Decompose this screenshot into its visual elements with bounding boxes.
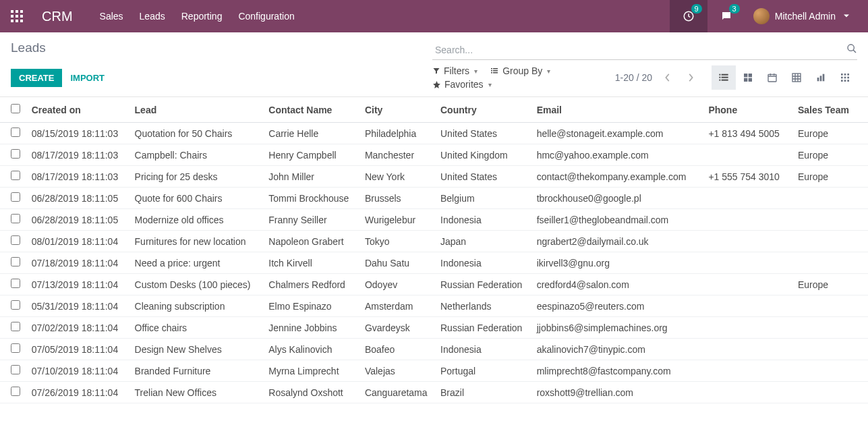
row-checkbox[interactable] (11, 300, 20, 310)
view-graph[interactable] (809, 65, 833, 90)
view-calendar[interactable] (760, 65, 784, 90)
cell-email: ngrabert2@dailymail.co.uk (531, 231, 703, 252)
cell-created: 07/05/2019 18:11:04 (26, 339, 129, 360)
row-checkbox[interactable] (11, 235, 20, 245)
brand[interactable]: CRM (42, 9, 73, 24)
activity-icon (840, 72, 850, 83)
svg-rect-26 (841, 77, 843, 79)
cell-lead: Pricing for 25 desks (129, 166, 264, 188)
cell-lead: Modernize old offices (129, 209, 264, 231)
cell-contact: John Miller (263, 166, 359, 188)
nav-leads[interactable]: Leads (140, 11, 165, 22)
cell-phone (703, 231, 792, 252)
caret-down-icon (844, 13, 849, 19)
cell-contact: Carrie Helle (263, 123, 359, 144)
th-email[interactable]: Email (531, 97, 703, 123)
view-switcher (712, 65, 857, 90)
th-lead[interactable]: Lead (129, 97, 264, 123)
pager-next[interactable] (683, 72, 698, 84)
favorites-button[interactable]: Favorites ▾ (432, 79, 492, 90)
select-all-checkbox[interactable] (11, 104, 20, 113)
svg-point-1 (848, 45, 854, 51)
cell-city: Philadelphia (359, 123, 435, 144)
th-phone[interactable]: Phone (703, 97, 792, 123)
search-input[interactable] (432, 40, 857, 60)
nav-configuration[interactable]: Configuration (238, 11, 294, 22)
cell-email: tbrockhouse0@google.pl (531, 188, 703, 209)
groupby-button[interactable]: Group By ▾ (490, 65, 550, 76)
table-row[interactable]: 07/10/2019 18:11:04Branded FurnitureMyrn… (0, 360, 868, 382)
cell-email: credford4@salon.com (531, 274, 703, 295)
table-row[interactable]: 07/18/2019 18:11:04Need a price: urgentI… (0, 252, 868, 274)
row-checkbox[interactable] (11, 279, 20, 288)
row-checkbox[interactable] (11, 214, 20, 223)
import-button[interactable]: IMPORT (70, 73, 105, 83)
pager-prev[interactable] (660, 72, 675, 84)
cell-team: Europe (792, 274, 868, 295)
table-row[interactable]: 07/26/2019 18:11:04Trelian New OfficesRo… (0, 382, 868, 403)
nav-sales[interactable]: Sales (100, 11, 123, 22)
svg-rect-10 (719, 77, 720, 78)
view-pivot[interactable] (784, 65, 809, 90)
table-row[interactable]: 07/05/2019 18:11:04Design New ShelvesAly… (0, 339, 868, 360)
table-row[interactable]: 08/15/2019 18:11:03Quotation for 50 Chai… (0, 123, 868, 144)
svg-rect-29 (841, 80, 843, 82)
cell-country: United States (435, 123, 531, 144)
table-row[interactable]: 08/01/2019 18:11:04Furnitures for new lo… (0, 231, 868, 252)
row-checkbox[interactable] (11, 149, 20, 159)
svg-rect-28 (847, 77, 849, 79)
messaging-button[interactable]: 3 (707, 0, 745, 32)
apps-icon[interactable] (11, 10, 23, 22)
table-row[interactable]: 07/13/2019 18:11:04Custom Desks (100 pie… (0, 274, 868, 295)
cell-phone (703, 209, 792, 231)
view-list[interactable] (712, 65, 736, 90)
th-city[interactable]: City (359, 97, 435, 123)
svg-rect-24 (844, 74, 846, 76)
user-menu[interactable]: Mitchell Admin (745, 8, 857, 24)
cell-created: 08/01/2019 18:11:04 (26, 231, 129, 252)
table-row[interactable]: 08/17/2019 18:11:03Pricing for 25 desksJ… (0, 166, 868, 188)
table-row[interactable]: 06/28/2019 18:11:05Quote for 600 ChairsT… (0, 188, 868, 209)
cell-team (792, 339, 868, 360)
row-checkbox[interactable] (11, 171, 20, 180)
row-checkbox[interactable] (11, 387, 20, 396)
row-checkbox[interactable] (11, 365, 20, 374)
row-checkbox[interactable] (11, 128, 20, 137)
th-created[interactable]: Created on (26, 97, 129, 123)
svg-rect-22 (823, 74, 825, 82)
svg-rect-5 (493, 70, 498, 72)
nav-reporting[interactable]: Reporting (181, 11, 223, 22)
search-icon[interactable] (846, 43, 857, 54)
cell-contact: Chalmers Redford (263, 274, 359, 295)
cell-email: roxshott9@trellian.com (531, 382, 703, 403)
view-kanban[interactable] (736, 65, 760, 90)
th-team[interactable]: Sales Team (792, 97, 868, 123)
th-contact[interactable]: Contact Name (263, 97, 359, 123)
cell-email: akalinovich7@tinypic.com (531, 339, 703, 360)
th-country[interactable]: Country (435, 97, 531, 123)
row-checkbox[interactable] (11, 257, 20, 266)
cell-contact: Elmo Espinazo (263, 295, 359, 317)
table-row[interactable]: 07/02/2019 18:11:04Office chairsJennine … (0, 317, 868, 339)
create-button[interactable]: CREATE (11, 69, 62, 87)
cell-lead: Need a price: urgent (129, 252, 264, 274)
cell-country: Japan (435, 231, 531, 252)
cell-team: Europe (792, 123, 868, 144)
svg-rect-6 (491, 72, 492, 74)
view-activity[interactable] (833, 65, 857, 90)
cell-created: 05/31/2019 18:11:04 (26, 295, 129, 317)
table-row[interactable]: 06/28/2019 18:11:05Modernize old offices… (0, 209, 868, 231)
svg-rect-15 (749, 74, 752, 77)
table-row[interactable]: 05/31/2019 18:11:04Cleaning subscription… (0, 295, 868, 317)
filters-button[interactable]: Filters ▾ (432, 65, 478, 76)
svg-rect-17 (749, 78, 752, 82)
row-checkbox[interactable] (11, 343, 20, 353)
row-checkbox[interactable] (11, 322, 20, 331)
cell-phone (703, 317, 792, 339)
activity-button[interactable]: 9 (670, 0, 707, 32)
row-checkbox[interactable] (11, 192, 20, 202)
svg-rect-23 (841, 74, 843, 76)
table-row[interactable]: 08/17/2019 18:11:03Campbell: ChairsHenry… (0, 144, 868, 166)
cell-country: United Kingdom (435, 144, 531, 166)
svg-rect-25 (847, 74, 849, 76)
